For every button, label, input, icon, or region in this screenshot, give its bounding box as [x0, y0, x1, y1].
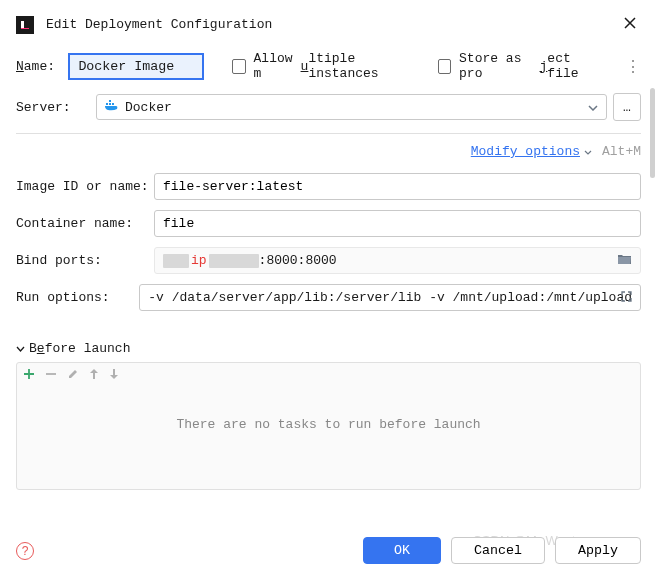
- container-name-row: Container name:: [16, 210, 641, 237]
- remove-task-icon[interactable]: [45, 367, 57, 383]
- allow-multiple-checkbox[interactable]: Allow multiple instances: [232, 51, 416, 81]
- move-up-icon[interactable]: [89, 367, 99, 383]
- run-options-value: -v /data/server/app/lib:/server/lib -v /…: [148, 290, 632, 305]
- svg-rect-1: [21, 28, 29, 29]
- expand-icon[interactable]: [621, 291, 632, 305]
- svg-rect-4: [112, 103, 114, 105]
- svg-rect-3: [109, 103, 111, 105]
- footer: ? OK Cancel Apply: [0, 523, 657, 578]
- server-label: Server:: [16, 100, 96, 115]
- bind-ports-input[interactable]: ip :8000:8000: [154, 247, 641, 274]
- image-id-label: Image ID or name:: [16, 179, 154, 194]
- scrollbar[interactable]: [650, 88, 655, 178]
- server-select[interactable]: Docker: [96, 94, 607, 120]
- task-toolbar: [17, 363, 640, 387]
- help-icon[interactable]: ?: [16, 542, 34, 560]
- kebab-menu-icon[interactable]: ⋮: [625, 57, 641, 76]
- bind-ports-label: Bind ports:: [16, 253, 154, 268]
- edit-task-icon[interactable]: [67, 367, 79, 383]
- checkbox-icon: [438, 59, 451, 74]
- add-task-icon[interactable]: [23, 367, 35, 383]
- container-name-label: Container name:: [16, 216, 154, 231]
- empty-tasks-text: There are no tasks to run before launch: [17, 417, 640, 432]
- redacted-block: [163, 254, 189, 268]
- dialog-title: Edit Deployment Configuration: [46, 17, 619, 32]
- content-area: Name: Allow multiple instances Store as …: [0, 47, 657, 490]
- run-options-label: Run options:: [16, 290, 139, 305]
- name-input[interactable]: [68, 53, 204, 80]
- before-launch-tasks: There are no tasks to run before launch: [16, 362, 641, 490]
- cancel-button[interactable]: Cancel: [451, 537, 545, 564]
- svg-rect-2: [106, 103, 108, 105]
- modify-options-link[interactable]: Modify options: [471, 144, 580, 159]
- chevron-down-icon: [588, 100, 598, 115]
- app-icon: [16, 16, 34, 34]
- svg-rect-0: [19, 19, 31, 31]
- move-down-icon[interactable]: [109, 367, 119, 383]
- before-launch-header[interactable]: Before launch: [16, 341, 641, 356]
- titlebar: Edit Deployment Configuration: [0, 0, 657, 47]
- run-options-input[interactable]: -v /data/server/app/lib:/server/lib -v /…: [139, 284, 641, 311]
- chevron-down-icon: [16, 341, 25, 356]
- apply-button[interactable]: Apply: [555, 537, 641, 564]
- modify-options-row: Modify options Alt+M: [16, 144, 641, 159]
- bind-ports-row: Bind ports: ip :8000:8000: [16, 247, 641, 274]
- close-button[interactable]: [619, 12, 641, 37]
- chevron-down-icon: [584, 144, 592, 159]
- checkbox-icon: [232, 59, 245, 74]
- folder-icon[interactable]: [617, 253, 632, 269]
- run-options-row: Run options: -v /data/server/app/lib:/se…: [16, 284, 641, 311]
- server-browse-button[interactable]: …: [613, 93, 641, 121]
- divider: [16, 133, 641, 134]
- docker-icon: [105, 99, 119, 115]
- container-name-input[interactable]: [154, 210, 641, 237]
- shortcut-hint: Alt+M: [602, 144, 641, 159]
- server-value: Docker: [125, 100, 588, 115]
- ok-button[interactable]: OK: [363, 537, 441, 564]
- store-project-checkbox[interactable]: Store as project file: [438, 51, 601, 81]
- image-id-input[interactable]: [154, 173, 641, 200]
- ip-text: ip: [189, 253, 209, 268]
- image-id-row: Image ID or name:: [16, 173, 641, 200]
- bind-ports-suffix: :8000:8000: [259, 253, 337, 268]
- server-row: Server: Docker …: [16, 93, 641, 121]
- svg-rect-5: [109, 100, 111, 102]
- redacted-block: [209, 254, 259, 268]
- name-row: Name: Allow multiple instances Store as …: [16, 51, 641, 81]
- name-label: Name:: [16, 59, 68, 74]
